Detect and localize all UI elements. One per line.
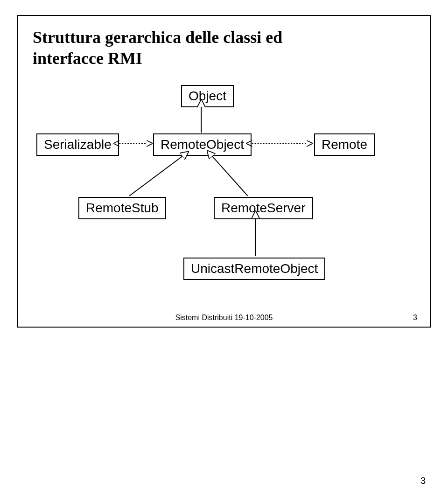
node-remoteserver: RemoteServer <box>214 197 313 219</box>
node-remote: Remote <box>314 133 375 156</box>
slide-frame: Struttura gerarchica delle classi ed int… <box>17 15 431 328</box>
slide-title: Struttura gerarchica delle classi ed int… <box>33 27 282 69</box>
node-object: Object <box>181 85 234 107</box>
node-remoteobject: RemoteObject <box>153 133 252 156</box>
page-number: 3 <box>420 475 426 486</box>
node-serializable: Serializable <box>36 133 119 156</box>
svg-line-3 <box>129 156 182 196</box>
title-line2: interfacce RMI <box>33 49 142 68</box>
node-remotestub: RemoteStub <box>78 197 166 219</box>
node-unicast: UnicastRemoteObject <box>183 258 325 280</box>
svg-line-4 <box>212 156 248 196</box>
footer-center: Sistemi Distribuiti 19-10-2005 <box>175 314 273 322</box>
slide-number: 3 <box>413 314 417 322</box>
title-line1: Struttura gerarchica delle classi ed <box>33 28 282 47</box>
